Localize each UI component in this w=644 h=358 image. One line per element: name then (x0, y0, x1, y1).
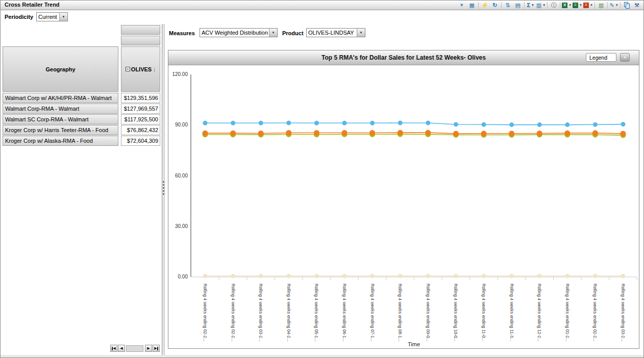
geography-cell[interactable]: Walmart Corp-RMA - Walmart (3, 104, 118, 114)
product-label: Product (282, 30, 304, 36)
export-excel-button[interactable]: X▼ (561, 1, 572, 9)
app-window: Cross Retailer Trend ▼▦⚡↻⇅▤Σ▼▥▼ⓘX▼≡▼≡▼▥✎… (0, 0, 644, 358)
data-point (259, 274, 263, 278)
edit-button[interactable]: ✎▼ (609, 1, 619, 9)
data-point (259, 121, 263, 125)
previous-page-icon: ◀ (120, 346, 122, 350)
geography-cell[interactable]: Kroger Corp w/ Alaska-RMA - Food (3, 136, 118, 146)
window-title: Cross Retailer Trend (5, 2, 60, 8)
refresh-button[interactable]: ↻ (490, 1, 500, 9)
legend-dropdown-button[interactable]: ▼ (620, 53, 630, 62)
data-point (454, 122, 458, 126)
dropdown-arrow-icon: ▼ (357, 29, 365, 37)
product-select[interactable]: OLIVES-LINDSAY ▼ (306, 28, 365, 37)
data-point (453, 131, 459, 137)
data-point (230, 131, 236, 136)
y-tick-label: 90.00 (175, 122, 188, 127)
filter-button[interactable]: ▼ (457, 1, 467, 9)
x-tick-label: Rolling 4 weeks ending 01-2... (565, 284, 570, 342)
data-point (342, 130, 348, 136)
grid-button[interactable]: ▦ (467, 1, 477, 9)
data-point (314, 274, 318, 278)
geography-cell[interactable]: Walmart Corp w/ AK/HI/PR-RMA - Walmart (3, 93, 118, 103)
analyze-button[interactable]: ⚡ (480, 1, 490, 9)
dropdown-arrow-icon: ▼ (269, 29, 277, 37)
grid-icon: ▦ (469, 3, 475, 8)
data-point (314, 121, 319, 125)
data-point (398, 274, 402, 278)
series-line-series-1 (205, 123, 623, 125)
data-point (454, 274, 458, 278)
export-excel-data-icon: ≡ (573, 3, 578, 8)
pager-track (126, 345, 143, 352)
x-tick-label: Rolling 4 weeks ending 02-2... (203, 284, 208, 342)
first-page-button[interactable]: ◀ (110, 345, 117, 352)
x-tick-label: Rolling 4 weeks ending 11-0... (481, 284, 486, 341)
copy-button[interactable] (622, 1, 632, 9)
columns-button[interactable]: ▥▼ (536, 1, 546, 9)
measures-value: ACV Weighted Distribution (200, 29, 269, 37)
export-powerpoint-button[interactable]: ≡▼ (583, 1, 593, 9)
sort-button[interactable]: ⇅ (503, 1, 513, 9)
first-page-icon: ◀ (113, 346, 115, 350)
geography-column-header[interactable]: Geography (3, 46, 118, 92)
y-tick-label: 60.00 (175, 173, 188, 178)
chevron-down-icon: ▼ (531, 4, 534, 7)
last-page-button[interactable]: ▶ (153, 345, 160, 352)
sort-descending-icon[interactable]: ↓ (153, 66, 156, 73)
data-point (537, 131, 542, 136)
value-cell: $127,969,557 (121, 104, 160, 114)
data-point (370, 121, 375, 125)
toolbar: ▼▦⚡↻⇅▤Σ▼▥▼ⓘX▼≡▼≡▼▥✎▼⚒ (457, 1, 642, 10)
copy-icon (624, 2, 630, 8)
toolbar-separator (607, 2, 608, 9)
measures-select[interactable]: ACV Weighted Distribution ▼ (200, 28, 278, 37)
x-tick-label: Rolling 4 weeks ending 07-1... (370, 284, 375, 342)
x-tick-label: Rolling 4 weeks ending 11-3... (509, 284, 514, 341)
geography-cell[interactable]: Walmart SC Corp-RMA - Walmart (3, 114, 118, 124)
geography-table-panel: Geography − OLIVES ↓ Walmart Corp w/ AK/… (1, 24, 162, 355)
select-table-button[interactable]: ▥ (596, 1, 606, 9)
data-point (286, 120, 291, 125)
x-tick-label: Rolling 4 weeks ending 03-2... (258, 284, 263, 342)
data-point (565, 122, 569, 127)
chevron-down-icon: ▼ (623, 56, 627, 59)
previous-page-button[interactable]: ◀ (118, 345, 125, 352)
geography-cell[interactable]: Kroger Corp w/ Harris Teeter-RMA - Food (3, 125, 118, 135)
periodicity-value: Current (37, 13, 59, 21)
data-point (398, 130, 403, 136)
chevron-down-icon: ▼ (590, 4, 593, 7)
export-excel-icon: X (562, 3, 567, 8)
toolbar-separator (524, 2, 525, 9)
info-icon: ⓘ (551, 3, 557, 8)
export-excel-data-button[interactable]: ≡▼ (572, 1, 583, 9)
data-point (509, 122, 514, 127)
toolbar-separator (595, 2, 595, 9)
splitter-grip-icon (163, 181, 164, 195)
pagination: ◀ ◀ ▶ ▶ (110, 345, 160, 352)
value-cell: $72,604,309 (121, 136, 160, 146)
edit-icon: ✎ (609, 3, 614, 8)
data-point (621, 274, 625, 278)
x-tick-label: Rolling 4 weeks ending 12-2... (537, 284, 542, 342)
next-page-button[interactable]: ▶ (145, 345, 152, 352)
x-tick-label: Rolling 4 weeks ending 09-0... (426, 284, 431, 342)
data-point (231, 121, 235, 125)
tools-button[interactable]: ⚒ (632, 1, 642, 9)
sum-button[interactable]: Σ▼ (526, 1, 536, 9)
info-button[interactable]: ⓘ (549, 1, 559, 9)
olives-column-header[interactable]: − OLIVES ↓ (121, 46, 160, 92)
chevron-down-icon: ▼ (579, 4, 582, 7)
toolbar-separator (560, 2, 560, 9)
toolbar-separator (620, 2, 621, 9)
collapse-icon[interactable]: − (126, 67, 130, 71)
toolbar-separator (547, 2, 548, 9)
format-table-button[interactable]: ▤ (513, 1, 523, 9)
legend-dropdown[interactable]: Legend (586, 53, 616, 62)
periodicity-select[interactable]: Current ▼ (36, 12, 68, 21)
y-tick-label: 120.00 (172, 71, 188, 77)
x-tick-label: Rolling 4 weeks ending 06-1... (342, 284, 347, 342)
x-tick-label: Rolling 4 weeks ending 02-2... (231, 284, 236, 342)
data-point (342, 121, 347, 125)
data-point (565, 274, 569, 278)
